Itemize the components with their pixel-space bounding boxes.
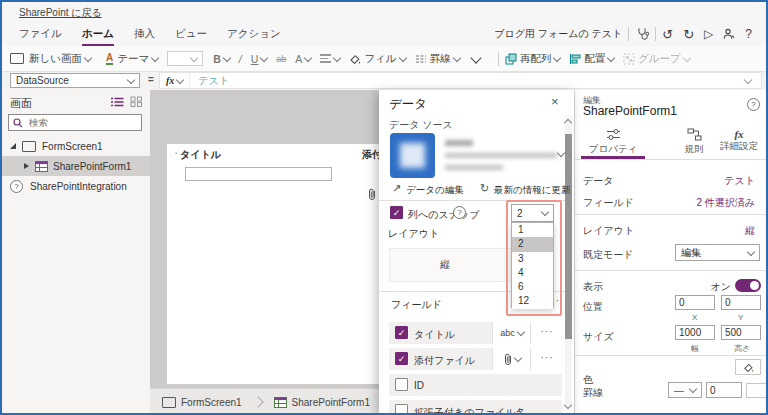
layout-vertical-card[interactable]: 縦 [389,248,512,282]
align-button[interactable]: 配置 [569,52,614,66]
formula-expand-chevron[interactable] [744,75,752,83]
field-row-id[interactable]: ID [389,374,562,396]
play-preview-icon[interactable]: ▷ [704,27,713,41]
border-color-swatch[interactable] [746,383,768,398]
field-row-title[interactable]: ✓ タイトル abc ··· [389,322,562,344]
menu-right-cluster: ブログ用 フォームの テスト ↺ ↻ ▷ ? [494,22,752,46]
field-checkbox-checked[interactable]: ✓ [395,326,408,339]
bold-button[interactable]: B [213,53,230,65]
position-x-input[interactable] [675,295,715,310]
position-y-input[interactable] [721,295,761,310]
search-box[interactable] [8,114,142,131]
field-type-select[interactable]: abc [492,322,531,344]
default-mode-select[interactable]: 編集 [675,244,760,261]
border-width-input[interactable] [706,382,742,398]
menu-insert[interactable]: 挿入 [134,27,155,41]
selected-control-title: SharePointForm1 [583,104,677,118]
back-to-sharepoint-link[interactable]: SharePoint に戻る [19,6,102,20]
field-checkbox-checked[interactable]: ✓ [395,352,408,365]
dropdown-option-1[interactable]: 1 [512,223,553,237]
form-title-input[interactable] [185,167,332,181]
align-text-button[interactable] [320,52,340,65]
data-source-chevron[interactable] [557,149,565,157]
color-picker-button[interactable] [735,359,761,375]
search-input[interactable] [27,116,131,129]
divider [575,270,767,271]
visible-toggle[interactable] [735,279,761,292]
help-icon[interactable]: ? [745,27,752,41]
prop-fields-value[interactable]: 2 件選択済み [696,196,755,210]
tab-advanced[interactable]: fx 詳細設定 [713,128,765,153]
dropdown-option-3[interactable]: 3 [512,252,553,266]
menu-home[interactable]: ホーム [82,27,114,41]
font-color-button[interactable]: A [295,53,311,65]
formula-input[interactable]: fx テスト [159,72,762,89]
snap-columns-select[interactable]: 2 [511,204,554,222]
dropdown-option-12[interactable]: 12 [512,294,553,308]
dropdown-option-6[interactable]: 6 [512,280,553,294]
snap-label: 列へのスナップ [408,208,479,222]
undo-icon[interactable]: ↺ [662,27,673,42]
field-row-attachment[interactable]: ✓ 添付ファイル ··· [389,348,562,370]
tab-properties[interactable]: プロパティ [581,128,645,156]
tree-item-formscreen1[interactable]: FormScreen1 [2,136,150,156]
close-icon[interactable]: × [551,94,559,109]
breadcrumb-sharepointform1[interactable]: SharePointForm1 [266,389,378,415]
breadcrumb-separator [252,396,263,407]
underline-button[interactable]: U [251,53,268,65]
expanded-arrow-icon[interactable] [10,143,16,149]
share-person-icon[interactable] [723,28,735,40]
snap-checkbox[interactable]: ✓ [390,206,403,219]
size-height-input[interactable] [721,325,761,340]
refresh-link[interactable]: 最新の情報に更新 [494,184,570,197]
tree-item-sharepointintegration[interactable]: ? SharePointIntegration [2,176,150,196]
thumbnail-view-icon[interactable] [130,96,143,110]
breadcrumb-formscreen1[interactable]: FormScreen1 [154,389,250,415]
fx-selector[interactable]: fx [160,73,190,88]
data-panel-title: データ [389,96,427,113]
help-circle-icon[interactable]: ? [747,98,760,111]
field-row-filename[interactable]: 拡張子付きのファイル名 [389,400,562,415]
prop-data-value[interactable]: テスト [724,174,755,188]
field-type-select[interactable] [492,348,531,370]
edit-data-link[interactable]: データの編集 [406,184,464,197]
snap-help-icon[interactable]: ? [453,206,466,219]
font-select[interactable] [167,51,203,66]
menu-view[interactable]: ビュー [175,27,207,41]
field-checkbox-unchecked[interactable] [395,404,408,415]
search-icon [13,118,23,128]
screen-icon [10,53,24,64]
tree-item-label: SharePointForm1 [53,161,131,172]
theme-button[interactable]: A テーマ [106,52,158,66]
italic-button[interactable]: / [239,53,242,65]
new-screen-button[interactable]: 新しい画面 [10,52,91,66]
menu-bar: ファイル ホーム 挿入 ビュー アクション ブログ用 フォームの テスト ↺ ↻… [2,22,766,46]
field-more-button[interactable]: ··· [530,322,563,344]
formula-value: テスト [198,74,229,88]
field-checkbox-unchecked[interactable] [395,378,408,391]
toolbar-expand-chevron[interactable] [470,52,481,63]
prop-layout-value[interactable]: 縦 [745,224,755,238]
strikethrough-button[interactable]: ab [276,54,286,64]
border-button[interactable]: 罫線 [415,52,460,66]
collapsed-arrow-icon[interactable] [24,163,29,169]
field-more-button[interactable]: ··· [530,348,563,370]
dropdown-option-2[interactable]: 2 [512,237,553,251]
scrollbar-thumb[interactable] [565,134,572,339]
size-width-input[interactable] [675,325,715,340]
property-selector[interactable]: DataSource [10,73,140,88]
dropdown-option-4[interactable]: 4 [512,266,553,280]
divider [575,214,767,215]
border-style-select[interactable]: — [668,382,702,398]
app-checker-icon[interactable] [635,27,649,41]
tab-rules[interactable]: 規則 [669,128,719,156]
ribbon-toolbar: 新しい画面 A テーマ B / U ab A [2,46,766,72]
divider [575,355,767,356]
menu-file[interactable]: ファイル [19,27,62,41]
reorder-button[interactable]: 再配列 [505,52,561,66]
tree-item-sharepointform1[interactable]: SharePointForm1 [2,156,150,176]
tree-view-icon[interactable] [110,96,124,110]
menu-action[interactable]: アクション [227,27,281,41]
redo-icon[interactable]: ↻ [683,27,694,42]
fill-button[interactable]: フィル [349,52,405,66]
